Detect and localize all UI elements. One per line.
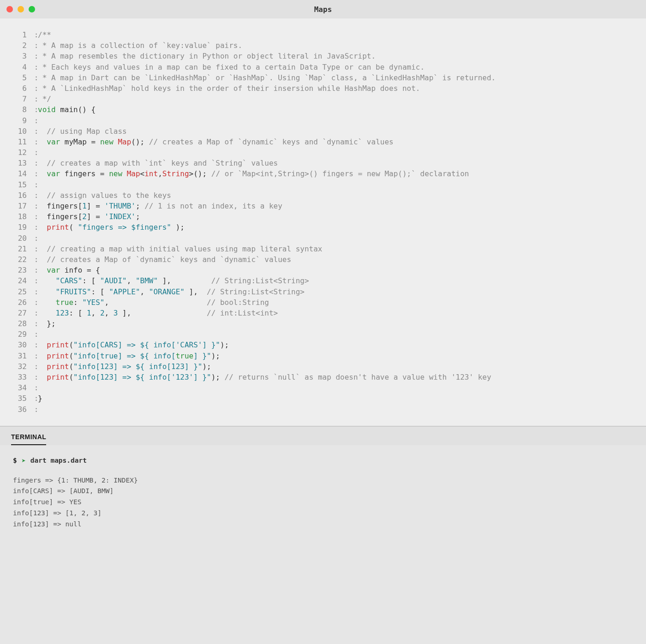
- code-content: */: [38, 94, 637, 104]
- gutter-separator: :: [30, 404, 38, 415]
- code-line: 6 : * A `LinkedHashMap` hold keys in the…: [9, 83, 637, 94]
- line-number: 9: [9, 115, 30, 126]
- line-number: 6: [9, 83, 30, 94]
- code-editor[interactable]: 1 :/**2 : * A map is a collection of `ke…: [0, 18, 646, 426]
- line-number: 21: [9, 244, 30, 254]
- terminal-body[interactable]: $ ➤ dart maps.dart fingers => {1: THUMB,…: [0, 445, 646, 541]
- gutter-separator: :: [30, 201, 38, 211]
- line-number: 5: [9, 72, 30, 83]
- code-line: 16 : // assign values to the keys: [9, 190, 637, 201]
- gutter-separator: :: [30, 30, 38, 40]
- line-number: 33: [9, 372, 30, 382]
- code-line: 31 : print("info[true] => ${ info[true] …: [9, 351, 637, 361]
- code-line: 4 : * Each keys and values in a map can …: [9, 62, 637, 72]
- code-content: [38, 179, 637, 190]
- code-content: * A `LinkedHashMap` hold keys in the ord…: [38, 83, 637, 94]
- code-line: 2 : * A map is a collection of `key:valu…: [9, 40, 637, 51]
- code-content: var info = {: [38, 265, 637, 275]
- gutter-separator: :: [30, 393, 38, 404]
- code-line: 26 : true: "YES", // bool:String: [9, 297, 637, 308]
- line-number: 32: [9, 361, 30, 372]
- line-number: 15: [9, 179, 30, 190]
- gutter-separator: :: [30, 329, 38, 340]
- code-content: [38, 329, 637, 340]
- code-line: 30 : print("info[CARS] => ${ info['CARS'…: [9, 340, 637, 350]
- line-number: 28: [9, 318, 30, 329]
- close-icon[interactable]: [6, 6, 13, 12]
- code-content: print("info[CARS] => ${ info['CARS'] }")…: [38, 340, 637, 350]
- gutter-separator: :: [30, 168, 38, 179]
- line-number: 30: [9, 340, 30, 350]
- code-content: // creating a map with initial values us…: [38, 244, 637, 254]
- code-content: // using Map class: [38, 126, 637, 137]
- minimize-icon[interactable]: [18, 6, 24, 12]
- code-line: 12 :: [9, 147, 637, 158]
- line-number: 3: [9, 51, 30, 61]
- gutter-separator: :: [30, 126, 38, 137]
- code-line: 17 : fingers[1] = 'THUMB'; // 1 is not a…: [9, 201, 637, 211]
- code-content: * A map is a collection of `key:value` p…: [38, 40, 637, 51]
- code-line: 18 : fingers[2] = 'INDEX';: [9, 211, 637, 222]
- line-number: 23: [9, 265, 30, 275]
- code-line: 14 : var fingers = new Map<int,String>()…: [9, 168, 637, 179]
- line-number: 2: [9, 40, 30, 51]
- code-line: 8 :void main() {: [9, 104, 637, 115]
- gutter-separator: :: [30, 40, 38, 51]
- code-content: fingers[2] = 'INDEX';: [38, 211, 637, 222]
- tab-terminal[interactable]: TERMINAL: [11, 433, 46, 445]
- code-content: [38, 233, 637, 244]
- gutter-separator: :: [30, 254, 38, 265]
- code-line: 25 : "FRUITS": [ "APPLE", "ORANGE" ], //…: [9, 286, 637, 297]
- code-content: [38, 115, 637, 126]
- gutter-separator: :: [30, 318, 38, 329]
- code-line: 19 : print( "fingers => $fingers" );: [9, 222, 637, 233]
- gutter-separator: :: [30, 275, 38, 286]
- gutter-separator: :: [30, 62, 38, 72]
- code-content: print("info[123] => ${ info[123] }");: [38, 361, 637, 372]
- terminal-output-line: info[true] => YES: [13, 497, 633, 508]
- traffic-lights: [6, 6, 35, 12]
- code-content: print("info[123] => ${ info['123'] }"); …: [38, 372, 637, 382]
- terminal-output-line: info[123] => null: [13, 519, 633, 530]
- gutter-separator: :: [30, 340, 38, 350]
- terminal-output-line: fingers => {1: THUMB, 2: INDEX}: [13, 475, 633, 486]
- terminal-output: fingers => {1: THUMB, 2: INDEX}info[CARS…: [13, 475, 633, 531]
- line-number: 24: [9, 275, 30, 286]
- code-content: void main() {: [38, 104, 637, 115]
- line-number: 4: [9, 62, 30, 72]
- code-line: 11 : var myMap = new Map(); // creates a…: [9, 137, 637, 147]
- code-line: 36 :: [9, 404, 637, 415]
- code-line: 7 : */: [9, 94, 637, 104]
- gutter-separator: :: [30, 147, 38, 158]
- gutter-separator: :: [30, 372, 38, 382]
- gutter-separator: :: [30, 190, 38, 201]
- code-content: print("info[true] => ${ info[true] }");: [38, 351, 637, 361]
- gutter-separator: :: [30, 351, 38, 361]
- maximize-icon[interactable]: [29, 6, 35, 12]
- line-number: 16: [9, 190, 30, 201]
- code-content: "FRUITS": [ "APPLE", "ORANGE" ], // Stri…: [38, 286, 637, 297]
- code-line: 5 : * A map in Dart can be `LinkedHashMa…: [9, 72, 637, 83]
- code-content: // assign values to the keys: [38, 190, 637, 201]
- gutter-separator: :: [30, 286, 38, 297]
- line-number: 7: [9, 94, 30, 104]
- gutter-separator: :: [30, 115, 38, 126]
- code-line: 24 : "CARS": [ "AUDI", "BMW" ], // Strin…: [9, 275, 637, 286]
- line-number: 22: [9, 254, 30, 265]
- gutter-separator: :: [30, 211, 38, 222]
- code-line: 10 : // using Map class: [9, 126, 637, 137]
- gutter-separator: :: [30, 51, 38, 61]
- gutter-separator: :: [30, 222, 38, 233]
- code-content: * A map resembles the dictionary in Pyth…: [38, 51, 637, 61]
- code-line: 33 : print("info[123] => ${ info['123'] …: [9, 372, 637, 382]
- line-number: 31: [9, 351, 30, 361]
- terminal-output-line: info[CARS] => [AUDI, BMW]: [13, 486, 633, 497]
- code-content: };: [38, 318, 637, 329]
- line-number: 1: [9, 30, 30, 40]
- gutter-separator: :: [30, 244, 38, 254]
- line-number: 36: [9, 404, 30, 415]
- gutter-separator: :: [30, 265, 38, 275]
- code-line: 35 :}: [9, 393, 637, 404]
- gutter-separator: :: [30, 297, 38, 308]
- gutter-separator: :: [30, 179, 38, 190]
